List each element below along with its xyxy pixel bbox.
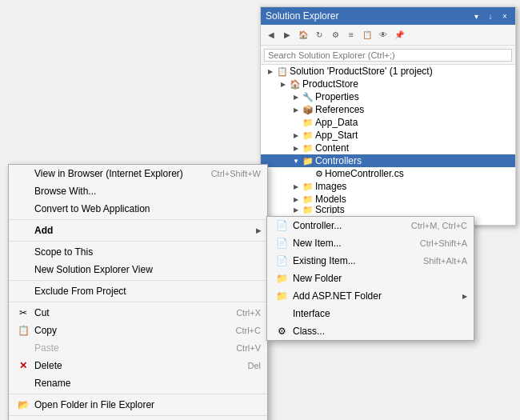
references-label: References [315, 104, 364, 115]
cut-label: Cut [34, 307, 220, 318]
props-btn[interactable]: 📋 [360, 28, 374, 42]
controllers-icon: 📁 [302, 156, 314, 166]
tree-item-appstart[interactable]: ▶ 📁 App_Start [261, 129, 515, 142]
new-item-shortcut: Ctrl+Shift+A [420, 238, 467, 248]
images-icon: 📁 [302, 182, 314, 192]
submenu-item-interface[interactable]: Interface [267, 305, 474, 322]
tree-item-appdata[interactable]: 📁 App_Data [261, 116, 515, 129]
appstart-label: App_Start [315, 130, 358, 141]
solution-label: Solution 'ProductStore' (1 project) [290, 66, 433, 77]
properties-icon: 🔧 [302, 92, 314, 102]
refresh-btn[interactable]: ↻ [312, 28, 326, 42]
references-icon: 📦 [302, 105, 314, 115]
homecontroller-icon: ⚙ [315, 169, 323, 179]
view-btn[interactable]: 👁 [376, 28, 390, 42]
se-title: Solution Explorer [266, 10, 338, 22]
images-label: Images [315, 181, 346, 192]
open-folder-icon: 📂 [15, 399, 31, 410]
class-icon: ⚙ [274, 326, 290, 337]
paste-shortcut: Ctrl+V [236, 343, 261, 353]
context-menu: View in Browser (Internet Explorer) Ctrl… [8, 164, 268, 420]
tree-item-models[interactable]: ▶ 📁 Models [261, 193, 515, 206]
delete-icon: ✕ [15, 360, 31, 371]
homecontroller-label: HomeController.cs [325, 168, 404, 179]
new-folder-icon: 📁 [274, 273, 290, 284]
se-title-buttons: ▾ ↓ × [470, 12, 510, 21]
controller-label: Controller... [293, 220, 395, 231]
add-label: Add [34, 225, 256, 236]
tree-item-content[interactable]: ▶ 📁 Content [261, 142, 515, 154]
submenu-item-new-item[interactable]: 📄 New Item... Ctrl+Shift+A [267, 234, 474, 252]
add-aspnet-label: Add ASP.NET Folder [293, 290, 462, 302]
menu-item-rename[interactable]: Rename [9, 374, 267, 392]
menu-item-copy[interactable]: 📋 Copy Ctrl+C [9, 322, 267, 339]
submenu: 📄 Controller... Ctrl+M, Ctrl+C 📄 New Ite… [266, 216, 474, 341]
solution-explorer-panel: Solution Explorer ▾ ↓ × ◀ ▶ 🏠 ↻ ⚙ ≡ 📋 👁 … [260, 6, 516, 226]
submenu-item-existing-item[interactable]: 📄 Existing Item... Shift+Alt+A [267, 252, 474, 270]
cut-icon: ✂ [15, 307, 31, 318]
content-icon: 📁 [302, 143, 314, 154]
settings-btn[interactable]: ⚙ [328, 28, 342, 42]
add-aspnet-arrow-icon: ▶ [462, 293, 467, 300]
controllers-arrow: ▼ [290, 158, 302, 165]
scripts-arrow: ▶ [290, 206, 302, 214]
home-btn[interactable]: 🏠 [296, 28, 310, 42]
submenu-item-add-aspnet[interactable]: 📁 Add ASP.NET Folder ▶ [267, 287, 474, 305]
se-toolbar: ◀ ▶ 🏠 ↻ ⚙ ≡ 📋 👁 📌 [261, 25, 515, 46]
controller-icon: 📄 [274, 220, 290, 231]
search-input[interactable] [264, 49, 512, 62]
submenu-item-new-folder[interactable]: 📁 New Folder [267, 270, 474, 287]
existing-item-shortcut: Shift+Alt+A [423, 256, 467, 266]
se-search-bar[interactable] [261, 46, 515, 65]
existing-item-label: Existing Item... [293, 255, 407, 266]
content-arrow: ▶ [290, 145, 302, 152]
tree-item-scripts[interactable]: ▶ 📁 Scripts [261, 206, 515, 214]
close-icon[interactable]: × [499, 12, 510, 21]
models-arrow: ▶ [290, 196, 302, 203]
back-btn[interactable]: ◀ [264, 28, 278, 42]
menu-item-scope[interactable]: Scope to This [9, 243, 267, 261]
tree-item-productstore[interactable]: ▶ 🏠 ProductStore [261, 78, 515, 90]
pin-icon[interactable]: ▾ [470, 12, 482, 21]
menu-item-exclude[interactable]: Exclude From Project [9, 282, 267, 300]
tree-item-references[interactable]: ▶ 📦 References [261, 103, 515, 116]
tree-item-images[interactable]: ▶ 📁 Images [261, 180, 515, 193]
scripts-icon: 📁 [302, 206, 314, 214]
menu-item-convert-web[interactable]: Convert to Web Application [9, 200, 267, 218]
submenu-item-class[interactable]: ⚙ Class... [267, 322, 474, 340]
productstore-icon: 🏠 [290, 79, 301, 90]
menu-item-open-folder[interactable]: 📂 Open Folder in File Explorer [9, 396, 267, 414]
appstart-icon: 📁 [302, 130, 314, 141]
delete-label: Delete [34, 360, 231, 371]
scope-label: Scope to This [34, 246, 261, 258]
tree-item-properties[interactable]: ▶ 🔧 Properties [261, 90, 515, 103]
content-label: Content [315, 142, 349, 154]
menu-item-cut[interactable]: ✂ Cut Ctrl+X [9, 304, 267, 322]
productstore-arrow: ▶ [277, 81, 290, 88]
class-label: Class... [293, 326, 467, 337]
menu-item-new-se-view[interactable]: New Solution Explorer View [9, 261, 267, 278]
separator-3 [9, 280, 267, 281]
menu-item-add[interactable]: Add ▶ [9, 222, 267, 239]
tree-item-controllers[interactable]: ▼ 📁 Controllers [261, 154, 515, 167]
pin-btn[interactable]: 📌 [392, 28, 406, 42]
copy-label: Copy [34, 325, 220, 336]
separator-4 [9, 302, 267, 302]
submenu-item-controller[interactable]: 📄 Controller... Ctrl+M, Ctrl+C [267, 217, 474, 234]
menu-item-delete[interactable]: ✕ Delete Del [9, 357, 267, 374]
copy-icon: 📋 [15, 325, 31, 336]
controller-shortcut: Ctrl+M, Ctrl+C [411, 221, 467, 230]
menu-item-browse-with[interactable]: Browse With... [9, 182, 267, 200]
tree-item-solution[interactable]: ▶ 📋 Solution 'ProductStore' (1 project) [261, 65, 515, 78]
menu-item-view-browser[interactable]: View in Browser (Internet Explorer) Ctrl… [9, 165, 267, 182]
solution-arrow: ▶ [264, 68, 277, 75]
add-arrow-icon: ▶ [256, 227, 261, 234]
view-browser-shortcut: Ctrl+Shift+W [211, 169, 261, 178]
auto-hide-icon[interactable]: ↓ [485, 12, 496, 21]
solution-icon: 📋 [277, 66, 288, 77]
tree-item-homecontroller[interactable]: ⚙ HomeController.cs [261, 167, 515, 180]
forward-btn[interactable]: ▶ [280, 28, 294, 42]
separator-2 [9, 241, 267, 242]
controllers-label: Controllers [315, 155, 362, 166]
filter-btn[interactable]: ≡ [344, 28, 358, 42]
